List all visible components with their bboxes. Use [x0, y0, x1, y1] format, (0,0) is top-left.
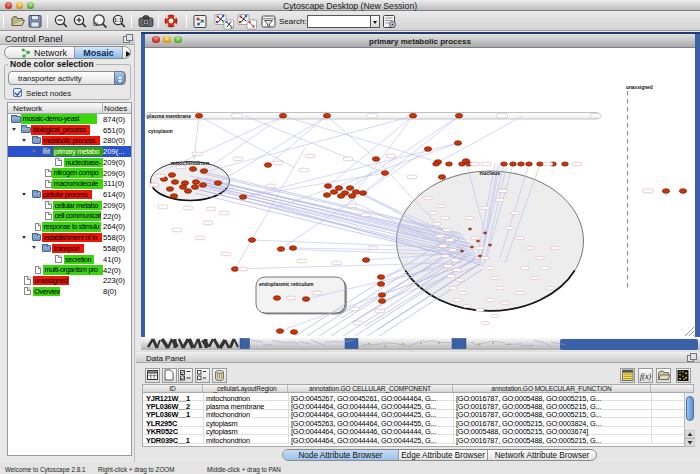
svg-text:cytoplasm: cytoplasm — [148, 128, 173, 134]
svg-text:nucleus: nucleus — [480, 170, 501, 176]
svg-text:endoplasmic reticulum: endoplasmic reticulum — [259, 281, 314, 287]
svg-text:plasma membrane: plasma membrane — [147, 113, 191, 119]
svg-text:1:1: 1:1 — [114, 17, 122, 23]
svg-text:f(x): f(x) — [640, 372, 651, 381]
svg-text:mitochondrion: mitochondrion — [171, 160, 210, 166]
svg-text:unassigned: unassigned — [626, 85, 653, 90]
